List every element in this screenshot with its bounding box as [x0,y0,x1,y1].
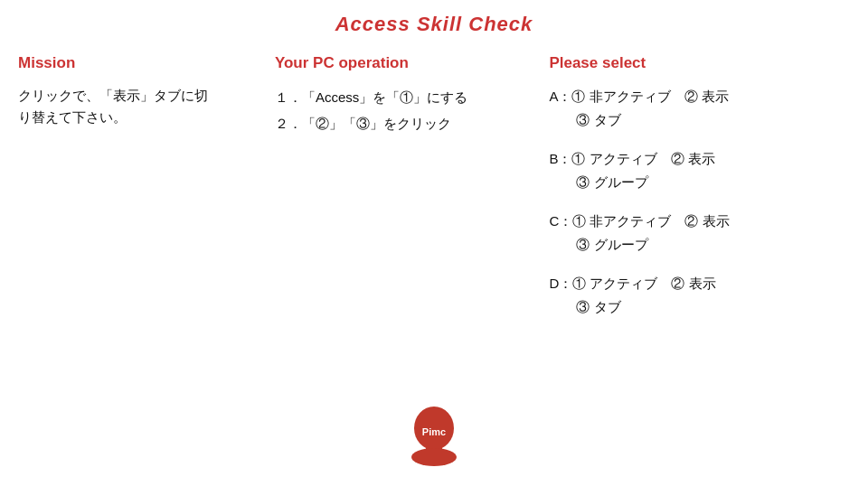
page-title: Access Skill Check [0,0,868,45]
mission-text-line1: クリックで、「表示」タブに切 [18,88,208,103]
option-a-line1: A：① 非アクティブ ② 表示 [549,85,850,108]
select-body: A：① 非アクティブ ② 表示 ③ タブ B：① アクティブ ② 表示 ③ グル… [549,85,850,318]
option-d-line2: ③ タブ [549,295,850,319]
select-column: Please select A：① 非アクティブ ② 表示 ③ タブ B：① ア… [549,54,850,334]
operation-step2: ２．「②」「③」をクリック [275,111,540,137]
mission-header: Mission [18,54,266,72]
operation-body: １．「Access」を「①」にする ２．「②」「③」をクリック [275,85,540,136]
option-d-line1: D：① アクティブ ② 表示 [549,272,850,295]
option-a-line2: ③ タブ [549,108,850,132]
svg-text:Pimc: Pimc [422,426,446,437]
logo-container: Pimc [406,403,462,468]
svg-point-2 [411,448,457,466]
option-c-line1: C：① 非アクティブ ② 表示 [549,210,850,233]
mission-body: クリックで、「表示」タブに切 り替えて下さい。 [18,85,266,128]
operation-step1: １．「Access」を「①」にする [275,85,540,111]
pimc-logo-icon: Pimc [406,403,462,468]
select-header: Please select [549,54,850,72]
option-c-line2: ③ グループ [549,233,850,257]
mission-column: Mission クリックで、「表示」タブに切 り替えて下さい。 [18,54,275,334]
operation-header: Your PC operation [275,54,540,72]
option-c: C：① 非アクティブ ② 表示 ③ グループ [549,210,850,256]
option-b-line2: ③ グループ [549,171,850,194]
option-b-line1: B：① アクティブ ② 表示 [549,147,850,171]
option-b: B：① アクティブ ② 表示 ③ グループ [549,147,850,193]
mission-text-line2: り替えて下さい。 [18,109,127,125]
operation-column: Your PC operation １．「Access」を「①」にする ２．「②… [275,54,549,334]
option-d: D：① アクティブ ② 表示 ③ タブ [549,272,850,318]
option-a: A：① 非アクティブ ② 表示 ③ タブ [549,85,850,131]
